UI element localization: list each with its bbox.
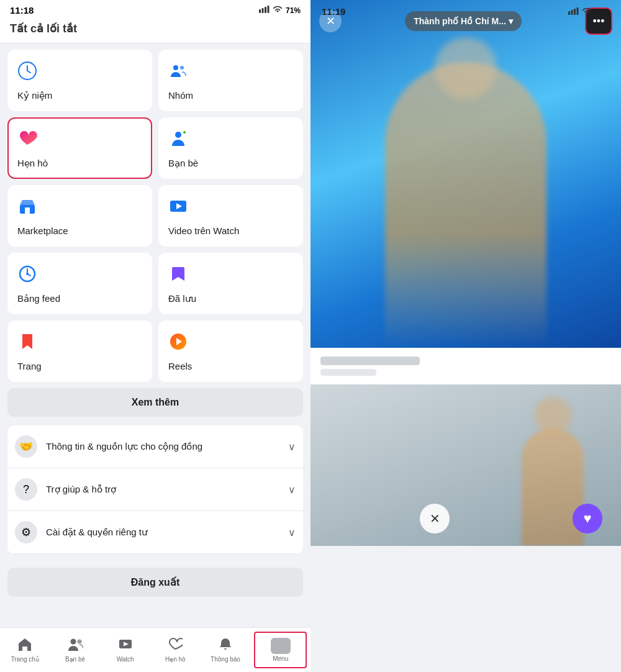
bang-feed-label: Bảng feed xyxy=(17,293,60,304)
svg-point-15 xyxy=(26,273,29,275)
nav-watch[interactable]: Watch xyxy=(100,628,150,672)
friends-nav-icon xyxy=(67,637,83,655)
reels-label: Reels xyxy=(168,361,192,371)
time-left: 11:18 xyxy=(10,5,34,16)
menu-item-ban-be[interactable]: Bạn bè xyxy=(158,117,303,179)
nhom-label: Nhóm xyxy=(168,90,193,101)
menu-item-nhom[interactable]: Nhóm xyxy=(158,50,303,111)
right-panel: 11:19 71% ✕ xyxy=(310,0,621,672)
help-icon: ? xyxy=(15,478,37,501)
section-help[interactable]: ? Trợ giúp & hỗ trợ ∨ xyxy=(7,468,303,511)
svg-rect-26 xyxy=(576,7,578,15)
menu-item-marketplace[interactable]: Marketplace xyxy=(7,185,152,247)
menu-item-bang-feed[interactable]: Bảng feed xyxy=(7,253,152,314)
logout-button[interactable]: Đăng xuất xyxy=(7,568,303,597)
section-community[interactable]: 🤝 Thông tin & nguồn lực cho cộng đồng ∨ xyxy=(7,425,303,468)
ky-niem-icon xyxy=(17,61,142,85)
face-blur xyxy=(435,37,497,99)
see-more-button[interactable]: Xem thêm xyxy=(7,388,303,417)
menu-item-ky-niem[interactable]: Kỷ niệm xyxy=(7,50,152,111)
help-chevron: ∨ xyxy=(288,484,296,496)
hen-ho-icon xyxy=(17,129,142,153)
menu-item-reels[interactable]: Reels xyxy=(158,320,303,382)
status-bar-left: 11:18 71% xyxy=(0,0,310,18)
wifi-icon-right xyxy=(582,6,592,17)
bottom-nav: Trang chủ Bạn bè Watch Hẹn hò Thông báo xyxy=(0,627,310,672)
nav-menu[interactable]: Menu xyxy=(254,632,307,668)
svg-rect-24 xyxy=(571,10,573,15)
svg-point-6 xyxy=(180,66,184,70)
svg-rect-0 xyxy=(259,9,261,13)
svg-rect-11 xyxy=(25,207,30,214)
bell-nav-icon xyxy=(219,637,232,655)
left-panel: 11:18 71% Tất cả lối tắt Kỷ niệm xyxy=(0,0,310,672)
menu-item-trang[interactable]: Trang xyxy=(7,320,152,382)
svg-rect-25 xyxy=(574,9,576,15)
status-bar-right: 11:19 71% xyxy=(310,0,621,23)
svg-rect-2 xyxy=(265,7,266,13)
video-watch-icon xyxy=(168,196,293,220)
nav-dating[interactable]: Hẹn hò xyxy=(150,628,201,672)
battery-icon-right: 71% xyxy=(595,7,610,16)
story-meta-placeholder xyxy=(320,369,376,376)
nav-bell[interactable]: Thông báo xyxy=(201,628,251,672)
watch-nav-icon xyxy=(118,637,133,655)
marketplace-icon xyxy=(17,196,142,220)
home-icon xyxy=(17,637,32,655)
nav-friends[interactable]: Bạn bè xyxy=(50,628,101,672)
preview-face xyxy=(534,397,571,434)
nhom-icon xyxy=(168,61,293,85)
trang-label: Trang xyxy=(17,361,42,371)
signal-icon xyxy=(259,6,270,15)
trang-icon xyxy=(17,332,142,356)
svg-point-7 xyxy=(175,132,181,138)
nav-dating-label: Hẹn hò xyxy=(165,656,186,663)
nav-menu-label: Menu xyxy=(273,655,288,662)
community-chevron: ∨ xyxy=(288,441,296,453)
menu-item-da-luu[interactable]: Đã lưu xyxy=(158,253,303,314)
da-luu-label: Đã lưu xyxy=(168,293,196,304)
help-text: Trợ giúp & hỗ trợ xyxy=(46,483,116,496)
preview-heart-button[interactable]: ♥ xyxy=(573,504,602,534)
story-preview-card[interactable]: ✕ ♥ xyxy=(310,384,621,546)
ky-niem-label: Kỷ niệm xyxy=(17,90,52,101)
da-luu-icon xyxy=(168,264,293,288)
nav-watch-label: Watch xyxy=(117,656,134,663)
svg-point-20 xyxy=(78,640,82,644)
right-content: ✕ Thành phố Hồ Chí M... ▾ ••• ✕ xyxy=(310,0,621,672)
section-settings[interactable]: ⚙ Cài đặt & quyền riêng tư ∨ xyxy=(7,511,303,554)
settings-text: Cài đặt & quyền riêng tư xyxy=(46,526,148,538)
nav-bell-label: Thông báo xyxy=(211,656,240,663)
ban-be-icon xyxy=(168,129,293,153)
wifi-icon xyxy=(273,6,283,15)
nav-friends-label: Bạn bè xyxy=(65,656,85,663)
menu-grid: Kỷ niệm Nhóm xyxy=(7,50,303,382)
svg-rect-1 xyxy=(261,8,263,13)
svg-rect-23 xyxy=(568,11,570,15)
svg-point-5 xyxy=(173,65,178,70)
signal-icon-right xyxy=(568,6,579,17)
community-text: Thông tin & nguồn lực cho cộng đồng xyxy=(46,440,202,453)
nav-home-label: Trang chủ xyxy=(11,656,39,663)
story-card: ✕ Thành phố Hồ Chí M... ▾ ••• xyxy=(310,0,621,348)
svg-point-19 xyxy=(71,639,76,645)
menu-item-video-watch[interactable]: Video trên Watch xyxy=(158,185,303,247)
ban-be-label: Bạn bè xyxy=(168,158,198,168)
menu-content: Kỷ niệm Nhóm xyxy=(0,43,310,627)
reels-icon xyxy=(168,332,293,356)
settings-icon: ⚙ xyxy=(15,521,37,543)
svg-rect-3 xyxy=(267,6,269,13)
video-watch-label: Video trên Watch xyxy=(168,225,239,236)
preview-x-button[interactable]: ✕ xyxy=(420,504,450,534)
story-info-row xyxy=(310,348,621,384)
person-silhouette xyxy=(385,62,546,348)
hen-ho-label: Hẹn hò xyxy=(17,158,48,168)
nav-home[interactable]: Trang chủ xyxy=(0,628,50,672)
svg-marker-16 xyxy=(22,334,32,349)
sections-group: 🤝 Thông tin & nguồn lực cho cộng đồng ∨ … xyxy=(7,425,303,554)
marketplace-label: Marketplace xyxy=(17,225,68,236)
community-icon: 🤝 xyxy=(15,435,37,458)
menu-item-hen-ho[interactable]: Hẹn hò xyxy=(7,117,152,179)
status-icons-left: 71% xyxy=(259,6,301,15)
story-username-placeholder xyxy=(320,356,420,365)
